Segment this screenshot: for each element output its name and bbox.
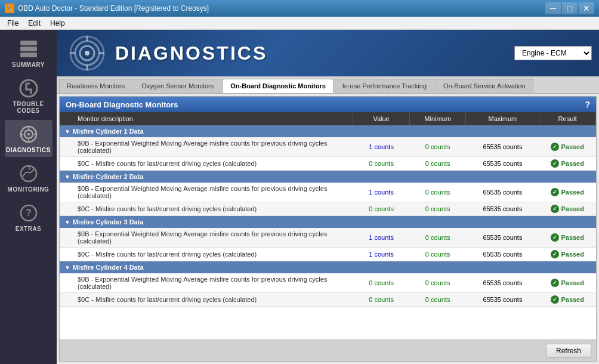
- table-container: Monitor description Value Minimum Maximu…: [60, 112, 596, 340]
- cell-description: $0C - Misfire counts for last/current dr…: [60, 293, 353, 307]
- extras-icon: ?: [18, 202, 39, 224]
- cell-value: 1 counts: [353, 228, 410, 248]
- passed-badge: ✓Passed: [551, 295, 584, 304]
- expand-icon: ▼: [64, 174, 70, 180]
- summary-icon: [18, 38, 39, 60]
- expand-icon: ▼: [64, 264, 70, 271]
- cell-value: 0 counts: [353, 157, 410, 171]
- sidebar-item-trouble-codes[interactable]: TROUBLE CODES: [5, 74, 53, 118]
- tab-oxygen[interactable]: Oxygen Sensor Monitors: [134, 79, 221, 93]
- sidebar-label-diagnostics: DIAGNOSTICS: [6, 147, 51, 153]
- sidebar-item-summary[interactable]: SUMMARY: [5, 35, 53, 72]
- main-layout: SUMMARY TROUBLE CODES: [0, 30, 599, 364]
- passed-icon: ✓: [551, 250, 559, 258]
- cell-minimum: 0 counts: [409, 137, 466, 157]
- table-row: $0C - Misfire counts for last/current dr…: [60, 293, 596, 307]
- cell-minimum: 0 counts: [409, 202, 466, 216]
- ecu-dropdown[interactable]: Engine - ECM Transmission ABS Airbag: [514, 46, 592, 60]
- cell-maximum: 65535 counts: [466, 248, 539, 261]
- panel-title: On-Board Diagnostic Monitors: [66, 100, 178, 109]
- table-row: $0B - Exponential Weighted Moving Averag…: [60, 273, 596, 293]
- cell-maximum: 65535 counts: [466, 183, 539, 202]
- cell-value: 0 counts: [353, 202, 410, 216]
- cell-maximum: 65535 counts: [466, 157, 539, 171]
- passed-badge: ✓Passed: [551, 205, 584, 213]
- help-icon[interactable]: ?: [585, 100, 590, 109]
- expand-icon: ▼: [64, 219, 70, 226]
- menu-edit[interactable]: Edit: [23, 18, 45, 29]
- refresh-button[interactable]: Refresh: [546, 344, 591, 358]
- col-result: Result: [539, 112, 596, 125]
- content-area: DIAGNOSTICS Engine - ECM Transmission AB…: [57, 30, 599, 364]
- cell-value: 1 counts: [353, 248, 410, 261]
- passed-badge: ✓Passed: [551, 279, 584, 287]
- data-table: Monitor description Value Minimum Maximu…: [60, 112, 596, 307]
- cell-maximum: 65535 counts: [466, 293, 539, 307]
- header-title: DIAGNOSTICS: [115, 42, 267, 64]
- svg-point-7: [27, 133, 30, 135]
- ecu-dropdown-wrapper[interactable]: Engine - ECM Transmission ABS Airbag: [514, 46, 592, 60]
- minimize-button[interactable]: ─: [545, 2, 561, 14]
- passed-icon: ✓: [551, 188, 559, 196]
- title-bar: 🔧 OBD Auto Doctor - Standard Edition [Re…: [0, 0, 599, 17]
- cell-maximum: 65535 counts: [466, 137, 539, 157]
- main-panel: On-Board Diagnostic Monitors ? Monitor d…: [59, 96, 597, 362]
- passed-badge: ✓Passed: [551, 143, 584, 151]
- group-header-row[interactable]: ▼Misfire Cylinder 3 Data: [60, 216, 596, 229]
- cell-result: ✓Passed: [539, 293, 596, 307]
- cell-result: ✓Passed: [539, 157, 596, 171]
- tab-onboard[interactable]: On-Board Diagnostic Monitors: [223, 79, 334, 93]
- cell-value: 1 counts: [353, 183, 410, 202]
- cell-description: $0B - Exponential Weighted Moving Averag…: [60, 273, 353, 293]
- menu-file[interactable]: File: [2, 18, 23, 29]
- table-row: $0C - Misfire counts for last/current dr…: [60, 248, 596, 261]
- group-header-row[interactable]: ▼Misfire Cylinder 1 Data: [60, 125, 596, 137]
- diagnostics-logo: [66, 32, 108, 74]
- expand-icon: ▼: [64, 128, 70, 135]
- cell-minimum: 0 counts: [409, 183, 466, 202]
- table-header-row: Monitor description Value Minimum Maximu…: [60, 112, 596, 125]
- group-header-row[interactable]: ▼Misfire Cylinder 4 Data: [60, 261, 596, 274]
- passed-icon: ✓: [551, 295, 559, 304]
- passed-icon: ✓: [551, 205, 559, 213]
- passed-icon: ✓: [551, 279, 559, 287]
- cell-description: $0B - Exponential Weighted Moving Averag…: [60, 183, 353, 202]
- group-header-row[interactable]: ▼Misfire Cylinder 2 Data: [60, 171, 596, 183]
- sidebar-item-monitoring[interactable]: MONITORING: [5, 159, 53, 196]
- monitoring-icon: [18, 163, 39, 184]
- cell-result: ✓Passed: [539, 137, 596, 157]
- tab-inuse[interactable]: In-use Performance Tracking: [335, 79, 434, 93]
- trouble-codes-icon: [18, 78, 39, 99]
- cell-description: $0C - Misfire counts for last/current dr…: [60, 157, 353, 171]
- sidebar-label-extras: EXTRAS: [16, 226, 42, 232]
- cell-minimum: 0 counts: [409, 273, 466, 293]
- app-title: OBD Auto Doctor - Standard Edition [Regi…: [18, 4, 209, 13]
- cell-value: 1 counts: [353, 137, 410, 157]
- sidebar-label-trouble-codes: TROUBLE CODES: [7, 101, 50, 114]
- svg-rect-0: [20, 41, 37, 45]
- cell-result: ✓Passed: [539, 248, 596, 261]
- col-minimum: Minimum: [409, 112, 466, 125]
- maximize-button[interactable]: □: [562, 2, 578, 14]
- cell-result: ✓Passed: [539, 183, 596, 202]
- sidebar-item-diagnostics[interactable]: DIAGNOSTICS: [5, 120, 53, 157]
- table-row: $0C - Misfire counts for last/current dr…: [60, 157, 596, 171]
- svg-point-19: [85, 51, 89, 55]
- col-description: Monitor description: [60, 112, 353, 125]
- passed-icon: ✓: [551, 233, 559, 242]
- cell-value: 0 counts: [353, 293, 410, 307]
- close-button[interactable]: ✕: [579, 2, 594, 14]
- cell-result: ✓Passed: [539, 273, 596, 293]
- menu-help[interactable]: Help: [45, 18, 70, 29]
- sidebar-label-summary: SUMMARY: [12, 61, 45, 68]
- col-maximum: Maximum: [466, 112, 539, 125]
- tab-service[interactable]: On-Board Service Activation: [436, 79, 533, 93]
- cell-result: ✓Passed: [539, 202, 596, 216]
- sidebar-item-extras[interactable]: ? EXTRAS: [5, 199, 53, 236]
- svg-point-4: [27, 82, 30, 85]
- cell-description: $0C - Misfire counts for last/current dr…: [60, 202, 353, 216]
- tab-readiness[interactable]: Readiness Monitors: [59, 79, 132, 93]
- passed-badge: ✓Passed: [551, 188, 584, 196]
- table-row: $0C - Misfire counts for last/current dr…: [60, 202, 596, 216]
- table-row: $0B - Exponential Weighted Moving Averag…: [60, 183, 596, 202]
